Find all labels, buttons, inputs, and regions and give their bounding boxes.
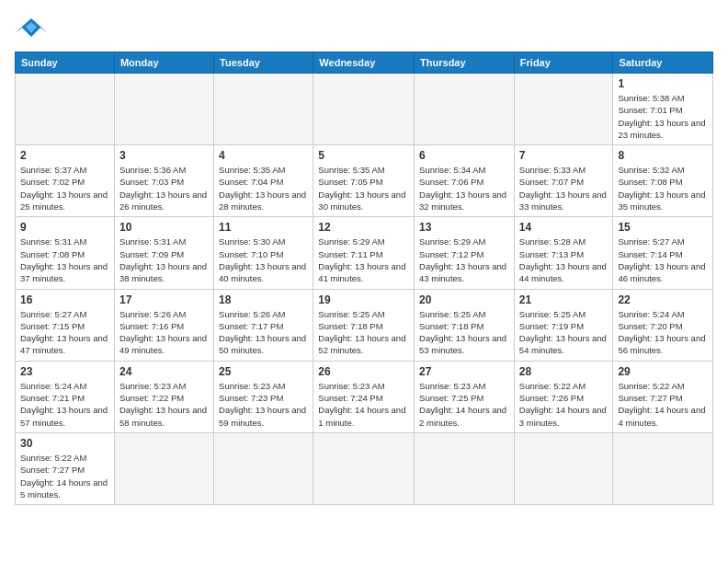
calendar-cell: 11Sunrise: 5:30 AM Sunset: 7:10 PM Dayli… xyxy=(214,217,313,289)
day-number: 18 xyxy=(219,293,308,306)
calendar-cell: 21Sunrise: 5:25 AM Sunset: 7:19 PM Dayli… xyxy=(514,289,613,361)
calendar-cell: 4Sunrise: 5:35 AM Sunset: 7:04 PM Daylig… xyxy=(214,145,313,217)
day-number: 22 xyxy=(618,293,708,306)
day-number: 9 xyxy=(20,221,109,234)
calendar-week-row: 16Sunrise: 5:27 AM Sunset: 7:15 PM Dayli… xyxy=(16,289,713,361)
day-number: 6 xyxy=(419,149,509,162)
logo xyxy=(15,15,53,40)
day-number: 12 xyxy=(318,221,409,234)
day-number: 27 xyxy=(419,365,509,378)
calendar-cell xyxy=(415,432,515,504)
weekday-header-wednesday: Wednesday xyxy=(313,52,415,74)
weekday-header-saturday: Saturday xyxy=(613,52,713,74)
day-number: 8 xyxy=(618,149,708,162)
calendar-cell: 25Sunrise: 5:23 AM Sunset: 7:23 PM Dayli… xyxy=(214,361,313,432)
calendar-cell: 5Sunrise: 5:35 AM Sunset: 7:05 PM Daylig… xyxy=(313,145,415,217)
day-info: Sunrise: 5:27 AM Sunset: 7:14 PM Dayligh… xyxy=(618,236,708,284)
calendar-cell xyxy=(214,74,313,145)
calendar-cell xyxy=(16,74,115,145)
day-number: 10 xyxy=(119,221,209,234)
calendar-cell: 1Sunrise: 5:38 AM Sunset: 7:01 PM Daylig… xyxy=(613,74,713,145)
calendar-cell: 20Sunrise: 5:25 AM Sunset: 7:18 PM Dayli… xyxy=(415,289,515,361)
day-number: 5 xyxy=(318,149,409,162)
day-info: Sunrise: 5:31 AM Sunset: 7:09 PM Dayligh… xyxy=(119,236,209,284)
day-number: 3 xyxy=(119,149,209,162)
calendar-cell xyxy=(313,432,415,504)
calendar-cell: 29Sunrise: 5:22 AM Sunset: 7:27 PM Dayli… xyxy=(613,361,713,432)
day-info: Sunrise: 5:37 AM Sunset: 7:02 PM Dayligh… xyxy=(20,164,109,213)
day-info: Sunrise: 5:33 AM Sunset: 7:07 PM Dayligh… xyxy=(519,164,609,213)
calendar-week-row: 2Sunrise: 5:37 AM Sunset: 7:02 PM Daylig… xyxy=(16,145,713,217)
day-number: 17 xyxy=(119,293,209,306)
calendar-cell: 27Sunrise: 5:23 AM Sunset: 7:25 PM Dayli… xyxy=(415,361,515,432)
day-info: Sunrise: 5:25 AM Sunset: 7:19 PM Dayligh… xyxy=(519,308,609,357)
calendar-cell: 8Sunrise: 5:32 AM Sunset: 7:08 PM Daylig… xyxy=(613,145,713,217)
day-number: 30 xyxy=(20,437,109,450)
day-info: Sunrise: 5:22 AM Sunset: 7:27 PM Dayligh… xyxy=(20,452,109,500)
weekday-header-friday: Friday xyxy=(514,52,613,74)
day-info: Sunrise: 5:26 AM Sunset: 7:16 PM Dayligh… xyxy=(119,308,209,357)
day-info: Sunrise: 5:25 AM Sunset: 7:18 PM Dayligh… xyxy=(318,308,409,357)
day-number: 1 xyxy=(618,77,708,90)
day-number: 11 xyxy=(219,221,308,234)
page: SundayMondayTuesdayWednesdayThursdayFrid… xyxy=(0,0,728,520)
calendar-cell xyxy=(613,432,713,504)
calendar-cell: 19Sunrise: 5:25 AM Sunset: 7:18 PM Dayli… xyxy=(313,289,415,361)
day-number: 4 xyxy=(219,149,308,162)
calendar-cell: 24Sunrise: 5:23 AM Sunset: 7:22 PM Dayli… xyxy=(114,361,213,432)
weekday-header-sunday: Sunday xyxy=(16,52,115,74)
day-info: Sunrise: 5:32 AM Sunset: 7:08 PM Dayligh… xyxy=(618,164,708,213)
day-info: Sunrise: 5:24 AM Sunset: 7:21 PM Dayligh… xyxy=(20,380,109,429)
day-info: Sunrise: 5:27 AM Sunset: 7:15 PM Dayligh… xyxy=(20,308,109,357)
header-area xyxy=(15,15,713,40)
calendar-cell: 30Sunrise: 5:22 AM Sunset: 7:27 PM Dayli… xyxy=(16,432,115,504)
day-info: Sunrise: 5:29 AM Sunset: 7:11 PM Dayligh… xyxy=(318,236,409,284)
calendar-cell xyxy=(114,432,213,504)
calendar-cell xyxy=(114,74,213,145)
calendar-cell: 2Sunrise: 5:37 AM Sunset: 7:02 PM Daylig… xyxy=(16,145,115,217)
calendar-cell: 6Sunrise: 5:34 AM Sunset: 7:06 PM Daylig… xyxy=(415,145,515,217)
day-info: Sunrise: 5:30 AM Sunset: 7:10 PM Dayligh… xyxy=(219,236,308,284)
day-info: Sunrise: 5:26 AM Sunset: 7:17 PM Dayligh… xyxy=(219,308,308,357)
calendar-cell: 7Sunrise: 5:33 AM Sunset: 7:07 PM Daylig… xyxy=(514,145,613,217)
calendar-cell: 13Sunrise: 5:29 AM Sunset: 7:12 PM Dayli… xyxy=(415,217,515,289)
day-info: Sunrise: 5:22 AM Sunset: 7:26 PM Dayligh… xyxy=(519,380,609,429)
calendar-week-row: 1Sunrise: 5:38 AM Sunset: 7:01 PM Daylig… xyxy=(16,74,713,145)
day-info: Sunrise: 5:36 AM Sunset: 7:03 PM Dayligh… xyxy=(119,164,209,213)
calendar-cell: 18Sunrise: 5:26 AM Sunset: 7:17 PM Dayli… xyxy=(214,289,313,361)
day-info: Sunrise: 5:34 AM Sunset: 7:06 PM Dayligh… xyxy=(419,164,509,213)
calendar-cell: 16Sunrise: 5:27 AM Sunset: 7:15 PM Dayli… xyxy=(16,289,115,361)
calendar-cell: 26Sunrise: 5:23 AM Sunset: 7:24 PM Dayli… xyxy=(313,361,415,432)
calendar-cell: 10Sunrise: 5:31 AM Sunset: 7:09 PM Dayli… xyxy=(114,217,213,289)
calendar-week-row: 30Sunrise: 5:22 AM Sunset: 7:27 PM Dayli… xyxy=(16,432,713,504)
day-number: 20 xyxy=(419,293,509,306)
calendar-cell: 15Sunrise: 5:27 AM Sunset: 7:14 PM Dayli… xyxy=(613,217,713,289)
day-info: Sunrise: 5:28 AM Sunset: 7:13 PM Dayligh… xyxy=(519,236,609,284)
day-info: Sunrise: 5:23 AM Sunset: 7:25 PM Dayligh… xyxy=(419,380,509,429)
day-number: 13 xyxy=(419,221,509,234)
day-info: Sunrise: 5:31 AM Sunset: 7:08 PM Dayligh… xyxy=(20,236,109,284)
day-number: 16 xyxy=(20,293,109,306)
calendar-cell xyxy=(214,432,313,504)
calendar-table: SundayMondayTuesdayWednesdayThursdayFrid… xyxy=(15,52,713,505)
calendar-cell: 17Sunrise: 5:26 AM Sunset: 7:16 PM Dayli… xyxy=(114,289,213,361)
calendar-cell: 22Sunrise: 5:24 AM Sunset: 7:20 PM Dayli… xyxy=(613,289,713,361)
day-number: 28 xyxy=(519,365,609,378)
day-info: Sunrise: 5:23 AM Sunset: 7:22 PM Dayligh… xyxy=(119,380,209,429)
calendar-week-row: 9Sunrise: 5:31 AM Sunset: 7:08 PM Daylig… xyxy=(16,217,713,289)
calendar-cell xyxy=(514,74,613,145)
calendar-cell xyxy=(415,74,515,145)
day-number: 15 xyxy=(618,221,708,234)
weekday-header-monday: Monday xyxy=(114,52,213,74)
day-info: Sunrise: 5:38 AM Sunset: 7:01 PM Dayligh… xyxy=(618,92,708,141)
day-info: Sunrise: 5:25 AM Sunset: 7:18 PM Dayligh… xyxy=(419,308,509,357)
day-number: 25 xyxy=(219,365,308,378)
calendar-cell: 9Sunrise: 5:31 AM Sunset: 7:08 PM Daylig… xyxy=(16,217,115,289)
calendar-cell: 3Sunrise: 5:36 AM Sunset: 7:03 PM Daylig… xyxy=(114,145,213,217)
day-number: 19 xyxy=(318,293,409,306)
day-number: 29 xyxy=(618,365,708,378)
day-info: Sunrise: 5:35 AM Sunset: 7:04 PM Dayligh… xyxy=(219,164,308,213)
logo-icon xyxy=(15,15,48,40)
day-number: 21 xyxy=(519,293,609,306)
day-info: Sunrise: 5:22 AM Sunset: 7:27 PM Dayligh… xyxy=(618,380,708,429)
